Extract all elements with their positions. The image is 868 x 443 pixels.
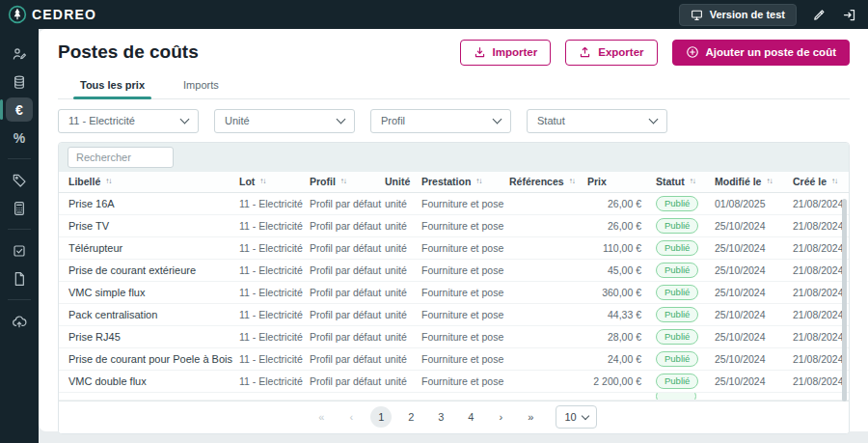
app-screen: CEDREO Version de test (0, 0, 868, 443)
brand-logo[interactable]: CEDREO (8, 5, 96, 24)
previous-page-button[interactable]: ‹ (340, 406, 362, 428)
tab-tous-les-prix[interactable]: Tous les prix (78, 74, 147, 98)
euro-icon[interactable]: € (6, 97, 33, 122)
cell-prix: 26,00 € (587, 198, 656, 209)
document-icon[interactable] (6, 266, 33, 291)
table-row[interactable]: Prise de courant pour Poele à Bois 11 - … (59, 348, 849, 371)
table-row[interactable]: VMC double flux 11 - Electricité Profil … (59, 371, 849, 393)
page-button-3[interactable]: 3 (430, 406, 451, 428)
table-row[interactable]: Prise de courant extérieure 11 - Electri… (59, 260, 849, 282)
column-header-statut[interactable]: Statut ↑↓ (656, 176, 715, 187)
cell-unite: unité (385, 375, 421, 387)
cedreo-tree-icon (8, 5, 27, 24)
column-header-r-f-rences[interactable]: Références ↑↓ (509, 176, 587, 187)
chevron-down-icon (649, 115, 659, 125)
tag-icon[interactable] (6, 168, 33, 192)
team-icon[interactable] (6, 42, 33, 66)
brand-wordmark: CEDREO (32, 7, 96, 22)
table-scrollbar[interactable] (842, 199, 847, 401)
cell-statut: Publié (656, 263, 715, 278)
sidebar-divider (8, 229, 31, 230)
column-header-prix[interactable]: Prix ↑↓ (587, 176, 656, 187)
sort-icon[interactable]: ↑↓ (475, 178, 481, 185)
search-band (59, 143, 849, 172)
task-check-icon[interactable] (6, 238, 33, 263)
table-row[interactable]: VMC simple flux 11 - Electricité Profil … (59, 282, 849, 304)
cell-libelle: Prise TV (68, 220, 239, 232)
table-row[interactable]: Pack centralisation 11 - Electricité Pro… (59, 304, 849, 326)
sort-icon[interactable]: ↑↓ (259, 178, 265, 185)
cell-statut: Publié (656, 196, 715, 211)
cell-statut: Publié (656, 307, 715, 322)
cell-libelle: Prise RJ45 (68, 331, 239, 343)
import-label: Importer (493, 45, 538, 60)
table-row[interactable]: Prise 16A 11 - Electricité Profil par dé… (59, 193, 849, 215)
sign-in-icon[interactable] (842, 8, 856, 22)
cell-lot: 11 - Electricité (239, 242, 310, 254)
search-input[interactable] (68, 147, 174, 168)
cloud-upload-icon[interactable] (6, 309, 33, 333)
filter-select-unit[interactable]: Unité (214, 109, 355, 133)
cell-profil: Profil par défaut (310, 331, 385, 343)
add-cost-item-button[interactable]: Ajouter un poste de coût (672, 40, 850, 66)
column-header-cr-le[interactable]: Créé le ↑↓ (793, 176, 849, 187)
first-page-button[interactable]: « (311, 406, 332, 428)
percent-icon[interactable]: % (6, 125, 33, 150)
pen-icon[interactable] (812, 8, 827, 22)
cell-unite: unité (385, 220, 421, 232)
column-label: Modifié le (715, 176, 761, 187)
version-de-test-button[interactable]: Version de test (679, 4, 797, 26)
sort-icon[interactable]: ↑↓ (340, 178, 346, 185)
page-button-4[interactable]: 4 (460, 406, 481, 428)
column-header-libell[interactable]: Libellé ↑↓ (68, 176, 239, 187)
column-header-modifi-le[interactable]: Modifié le ↑↓ (715, 176, 793, 187)
column-label: Lot (239, 176, 255, 187)
export-button[interactable]: Exporter (565, 40, 657, 66)
sort-icon[interactable]: ↑↓ (766, 178, 772, 185)
column-label: Profil (310, 176, 336, 187)
page-button-2[interactable]: 2 (400, 406, 421, 428)
column-header-unit[interactable]: Unité ↑↓ (385, 176, 421, 187)
calculator-icon[interactable] (6, 196, 33, 220)
sort-icon[interactable]: ↑↓ (690, 178, 695, 185)
sort-icon[interactable]: ↑↓ (569, 178, 575, 185)
cell-profil: Profil par défaut (310, 198, 385, 209)
table-panel: Libellé ↑↓ Lot ↑↓ Profil ↑↓ Unité ↑↓ Pre… (58, 142, 850, 434)
page-title: Postes de coûts (58, 42, 199, 63)
table-row[interactable]: Télérupteur 11 - Electricité Profil par … (59, 237, 849, 260)
cell-cree-le: 21/08/2024 (793, 375, 849, 387)
table-row-clipped[interactable] (59, 393, 849, 401)
cell-profil: Profil par défaut (310, 220, 385, 232)
cell-cree-le: 21/08/2024 (793, 220, 849, 232)
cell-prestation: Fourniture et pose (421, 287, 509, 298)
cell-prestation: Fourniture et pose (421, 198, 509, 209)
cell-profil: Profil par défaut (310, 242, 385, 254)
last-page-button[interactable]: » (520, 406, 541, 428)
cell-libelle: VMC double flux (68, 375, 239, 387)
coins-icon[interactable] (6, 69, 33, 94)
column-header-prestation[interactable]: Prestation ↑↓ (421, 176, 509, 187)
export-icon (579, 46, 591, 59)
column-header-lot[interactable]: Lot ↑↓ (239, 176, 310, 187)
cell-unite: unité (385, 287, 421, 298)
import-button[interactable]: Importer (460, 40, 552, 66)
column-header-profil[interactable]: Profil ↑↓ (310, 176, 385, 187)
table-row[interactable]: Prise RJ45 11 - Electricité Profil par d… (59, 326, 849, 348)
page-size-select[interactable]: 10 (556, 405, 596, 429)
filter-select-profil[interactable]: Profil (370, 109, 511, 133)
filter-select-statut[interactable]: Statut (527, 109, 667, 133)
tab-imports[interactable]: Imports (181, 74, 221, 98)
page-button-1[interactable]: 1 (370, 406, 392, 428)
cell-libelle: Pack centralisation (68, 309, 239, 320)
cell-lot: 11 - Electricité (239, 331, 310, 343)
cell-libelle: Télérupteur (68, 242, 239, 254)
cell-modifie-le: 25/10/2024 (715, 220, 793, 232)
sort-icon[interactable]: ↑↓ (105, 178, 111, 185)
next-page-button[interactable]: › (490, 406, 511, 428)
filters-row: 11 - Electricité Unité Profil Statut (58, 109, 850, 133)
filter-select-11-electricit[interactable]: 11 - Electricité (58, 109, 199, 133)
sidebar: € % (0, 29, 39, 443)
table-row[interactable]: Prise TV 11 - Electricité Profil par déf… (59, 215, 849, 237)
cell-prix: 44,33 € (587, 309, 656, 320)
sort-icon[interactable]: ↑↓ (831, 178, 837, 185)
